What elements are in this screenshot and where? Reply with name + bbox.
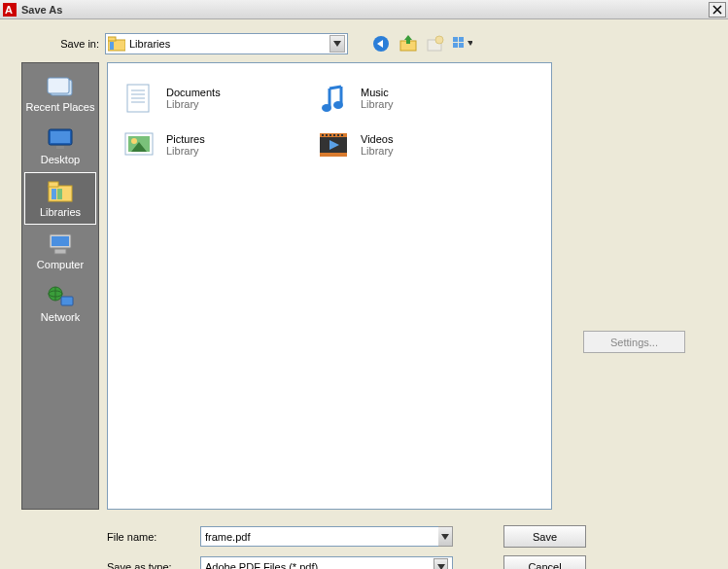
chevron-down-icon [433,558,448,569]
file-name-combo[interactable] [200,526,453,547]
svg-rect-52 [320,153,347,157]
close-button[interactable] [709,2,726,18]
svg-rect-58 [341,134,343,136]
item-sub: Library [361,145,394,157]
svg-rect-5 [108,37,116,41]
sidebar-item-recent[interactable]: Recent Places [24,67,96,120]
pictures-icon [120,125,158,164]
svg-rect-26 [49,182,58,187]
chevron-down-icon [438,526,453,547]
back-button[interactable] [371,34,391,53]
svg-rect-21 [48,78,69,93]
library-item-videos[interactable]: Videos Library [306,122,501,168]
sidebar-item-label: Network [41,311,80,323]
svg-rect-35 [61,297,73,305]
back-icon [372,35,390,53]
music-icon [314,79,353,118]
svg-rect-55 [329,134,331,136]
svg-rect-6 [110,42,114,50]
sidebar-item-network[interactable]: Network [24,277,96,330]
network-icon [45,284,76,309]
save-type-label: Save as type: [107,561,194,570]
cancel-button[interactable]: Cancel [503,555,586,569]
svg-rect-12 [406,39,410,44]
item-sub: Library [166,145,205,157]
svg-marker-19 [468,41,472,46]
svg-text:A: A [5,4,13,16]
new-folder-button[interactable] [426,34,445,53]
library-item-pictures[interactable]: Pictures Library [112,122,306,168]
svg-rect-28 [57,189,62,199]
item-name: Music [361,87,394,98]
documents-icon [120,79,158,118]
svg-rect-23 [51,131,70,143]
file-name-input[interactable] [200,526,438,547]
sidebar-item-computer[interactable]: Computer [24,225,96,277]
computer-icon [45,231,76,257]
svg-point-14 [435,36,443,44]
item-name: Documents [166,87,221,98]
svg-marker-60 [441,534,449,540]
svg-rect-15 [453,37,458,42]
save-in-value: Libraries [129,38,170,50]
sidebar-item-libraries[interactable]: Libraries [24,172,96,225]
save-button[interactable]: Save [503,525,586,548]
file-list[interactable]: Documents Library Music Library [107,62,552,510]
svg-rect-17 [453,43,458,48]
library-item-documents[interactable]: Documents Library [112,75,306,122]
new-folder-icon [427,35,444,53]
places-sidebar: Recent Places Desktop Libraries Computer… [21,62,99,510]
svg-line-43 [329,87,341,89]
svg-point-48 [131,138,137,144]
sidebar-item-label: Computer [37,259,84,270]
svg-rect-16 [459,37,464,42]
chevron-down-icon [329,35,345,53]
sidebar-item-label: Desktop [41,154,80,165]
item-name: Videos [361,133,394,145]
save-in-dropdown[interactable]: Libraries [105,33,348,54]
libraries-icon [108,36,125,52]
view-menu-button[interactable] [453,34,472,53]
sidebar-item-desktop[interactable]: Desktop [24,120,96,172]
svg-rect-27 [52,189,56,199]
svg-rect-31 [54,249,66,254]
library-item-music[interactable]: Music Library [306,75,501,122]
save-in-label: Save in: [52,38,99,50]
settings-button[interactable]: Settings... [583,331,685,353]
svg-rect-53 [322,134,324,136]
svg-rect-18 [459,43,464,48]
title-bar: A Save As [0,0,728,19]
svg-rect-57 [337,134,339,136]
svg-rect-54 [326,134,328,136]
recent-places-icon [45,74,76,99]
close-icon [712,5,722,15]
view-icon [453,36,472,52]
item-sub: Library [361,98,394,110]
svg-point-44 [322,104,331,112]
save-type-value: Adobe PDF Files (*.pdf) [205,561,318,570]
svg-marker-61 [437,564,445,570]
svg-rect-24 [56,146,64,149]
up-button[interactable] [399,34,418,53]
libraries-icon [45,179,76,204]
sidebar-item-label: Libraries [40,206,81,218]
videos-icon [314,125,353,164]
save-type-dropdown[interactable]: Adobe PDF Files (*.pdf) [200,556,453,569]
sidebar-item-label: Recent Places [26,101,95,113]
svg-point-45 [333,101,343,109]
folder-up-icon [399,35,417,53]
app-icon: A [2,2,17,18]
item-sub: Library [166,98,221,110]
desktop-icon [45,126,76,152]
svg-marker-7 [333,41,341,47]
item-name: Pictures [166,133,205,145]
file-name-label: File name: [107,531,194,543]
window-title: Save As [21,4,709,16]
svg-rect-56 [333,134,335,136]
svg-rect-30 [52,236,69,246]
